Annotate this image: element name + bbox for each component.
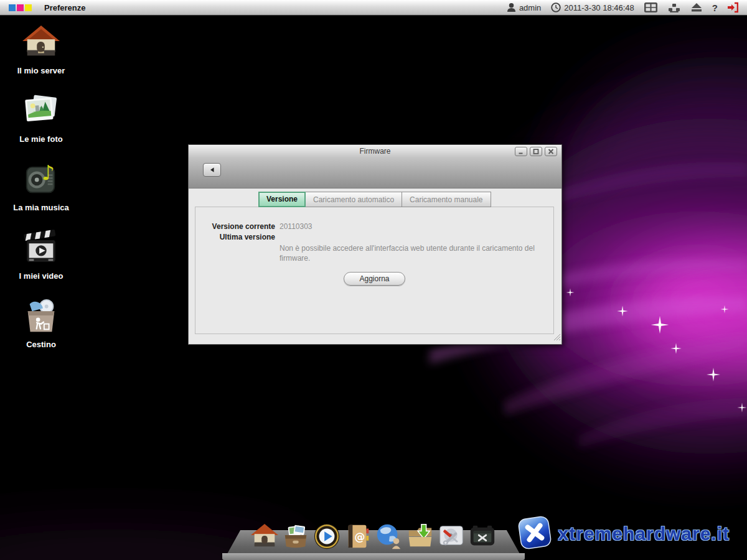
dock-platform-edge (222, 553, 525, 560)
desktop-screen: Preferenze admin 2011-3-30 18:46:48 (0, 0, 747, 560)
minimize-button[interactable] (515, 147, 527, 156)
desktop-item-label: Il mio server (17, 66, 65, 75)
desktop-item-my-videos[interactable]: I miei video (11, 228, 71, 296)
menu-preferences[interactable]: Preferenze (44, 3, 85, 12)
resize-grip[interactable] (553, 332, 561, 343)
photos-icon (21, 91, 61, 131)
dock-disk-tools-icon[interactable] (437, 522, 466, 551)
current-version-value: 20110303 (280, 222, 312, 231)
dock-home-icon[interactable] (250, 522, 279, 551)
logo-magenta-square (17, 4, 24, 11)
network-workgroup-button[interactable] (667, 3, 681, 12)
tab-caricamento-automatico[interactable]: Caricamento automatico (306, 192, 402, 207)
trash-icon (21, 296, 61, 336)
site-watermark: xtremehardware.it (517, 515, 730, 553)
menubar: Preferenze admin 2011-3-30 18:46:48 (0, 0, 747, 16)
video-icon (21, 228, 61, 268)
update-button[interactable]: Aggiorna (344, 272, 405, 286)
tab-caricamento-manuale[interactable]: Caricamento manuale (402, 192, 491, 207)
help-button[interactable]: ? (712, 2, 718, 13)
dock-address-book-icon[interactable]: @ (344, 522, 372, 551)
back-button[interactable] (203, 163, 221, 177)
current-version-label: Versione corrente (195, 222, 275, 231)
dock-hardware-settings-icon[interactable] (468, 522, 497, 551)
dock: @ (218, 520, 529, 560)
desktop-item-my-server[interactable]: Il mio server (11, 22, 71, 91)
window-grid-button[interactable] (644, 2, 657, 12)
window-body: Versione Caricamento automatico Caricame… (189, 189, 561, 344)
desktop-item-trash[interactable]: Cestino (11, 296, 71, 365)
tab-versione[interactable]: Versione (258, 192, 306, 207)
version-panel: Versione corrente 20110303 Ultima versio… (195, 207, 554, 334)
close-button[interactable] (545, 147, 557, 156)
logo-blue-square (9, 4, 16, 11)
latest-version-label: Ultima versione (195, 233, 275, 241)
watermark-text: xtremehardware.it (558, 523, 730, 544)
logout-button[interactable] (728, 2, 738, 13)
desktop-icon-list: Il mio server L (11, 22, 71, 365)
username-label: admin (519, 3, 541, 12)
logo-yellow-square (25, 4, 32, 11)
desktop-item-label: I miei video (19, 271, 63, 281)
brand-logo-icon (9, 4, 32, 11)
svg-text:@: @ (354, 531, 365, 543)
eject-button[interactable] (691, 3, 702, 12)
desktop-item-label: Cestino (26, 340, 56, 349)
firmware-note: Non è possibile accedere all'interfaccia… (280, 243, 547, 263)
maximize-button[interactable] (530, 147, 542, 156)
clock-display: 2011-3-30 18:46:48 (551, 2, 634, 12)
svg-text:♪: ♪ (42, 161, 55, 185)
dock-photo-box-icon[interactable] (281, 522, 310, 551)
datetime-label: 2011-3-30 18:46:48 (564, 3, 634, 12)
clock-icon (551, 2, 561, 12)
user-icon (507, 2, 516, 12)
home-icon (21, 22, 61, 62)
tab-bar: Versione Caricamento automatico Caricame… (258, 192, 491, 207)
desktop-item-label: La mia musica (13, 203, 69, 212)
desktop-item-my-photos[interactable]: Le mie foto (11, 91, 71, 159)
desktop-item-label: Le mie foto (19, 134, 62, 144)
window-titlebar[interactable]: Firmware (189, 145, 561, 189)
desktop-item-my-music[interactable]: ♪ La mia musica (11, 159, 71, 228)
dock-media-player-icon[interactable] (312, 522, 341, 551)
dock-web-globe-icon[interactable] (375, 522, 403, 551)
music-icon: ♪ (21, 159, 61, 199)
dock-download-folder-icon[interactable] (406, 522, 435, 551)
user-menu[interactable]: admin (507, 2, 541, 12)
window-title: Firmware (189, 147, 561, 156)
firmware-window: Firmware Versione Caricamento automatico (188, 144, 562, 345)
